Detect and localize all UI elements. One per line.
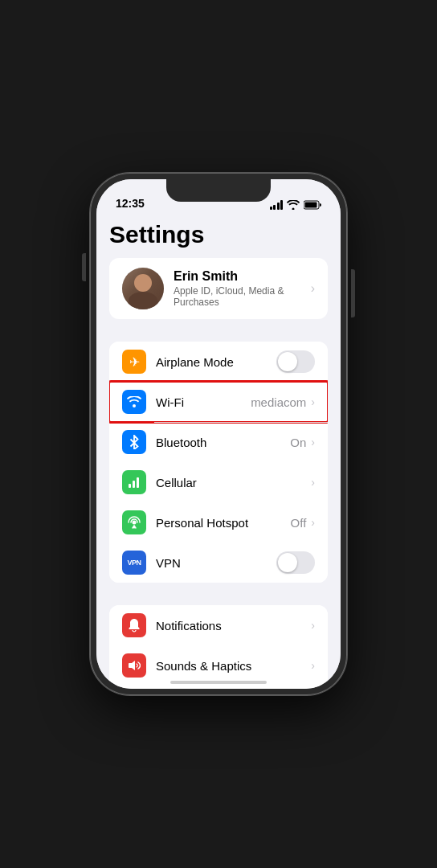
sounds-haptics-row[interactable]: Sounds & Haptics ›	[109, 645, 328, 686]
settings-content: Settings Erin Smith Apple ID, iCloud, Me…	[96, 215, 341, 689]
phone-screen: 12:35	[96, 179, 341, 689]
personal-hotspot-chevron: ›	[311, 516, 315, 529]
vpn-icon: VPN	[122, 551, 146, 575]
cellular-icon	[122, 470, 146, 494]
airplane-mode-toggle[interactable]	[276, 350, 315, 373]
notifications-group: Notifications › Sounds & Haptics ›	[109, 605, 328, 689]
profile-subtitle: Apple ID, iCloud, Media & Purchases	[174, 285, 301, 308]
cellular-label: Cellular	[156, 476, 311, 489]
page-title: Settings	[96, 215, 341, 258]
svg-point-2	[133, 404, 136, 407]
cellular-chevron: ›	[311, 476, 315, 489]
do-not-disturb-row[interactable]: Do Not Disturb ›	[109, 686, 328, 689]
connectivity-group: ✈ Airplane Mode Wi-Fi mediacom	[109, 342, 328, 583]
svg-point-6	[133, 521, 137, 525]
notifications-row[interactable]: Notifications ›	[109, 605, 328, 645]
svg-rect-1	[305, 203, 317, 208]
notch	[166, 179, 271, 202]
notifications-chevron: ›	[311, 619, 315, 632]
sounds-haptics-chevron: ›	[311, 659, 315, 672]
phone-frame: 12:35	[90, 173, 347, 695]
profile-name: Erin Smith	[174, 269, 301, 284]
wifi-row[interactable]: Wi-Fi mediacom ›	[109, 382, 328, 422]
status-time: 12:35	[116, 197, 145, 210]
wifi-icon	[122, 390, 146, 414]
cellular-row[interactable]: Cellular ›	[109, 462, 328, 502]
profile-chevron: ›	[311, 281, 315, 296]
status-bar: 12:35	[96, 179, 341, 215]
personal-hotspot-value: Off	[291, 516, 307, 530]
profile-row[interactable]: Erin Smith Apple ID, iCloud, Media & Pur…	[109, 258, 328, 319]
sounds-icon	[122, 653, 146, 678]
personal-hotspot-row[interactable]: Personal Hotspot Off ›	[109, 502, 328, 542]
profile-info: Erin Smith Apple ID, iCloud, Media & Pur…	[174, 269, 301, 308]
bluetooth-row[interactable]: Bluetooth On ›	[109, 422, 328, 462]
svg-rect-3	[129, 484, 131, 488]
status-icons	[270, 200, 322, 210]
svg-rect-5	[137, 477, 139, 488]
svg-rect-4	[133, 481, 135, 488]
notifications-label: Notifications	[156, 619, 311, 633]
vpn-label: VPN	[156, 556, 276, 570]
bluetooth-chevron: ›	[311, 436, 315, 448]
wifi-chevron: ›	[311, 395, 315, 408]
personal-hotspot-icon	[122, 510, 146, 534]
airplane-mode-label: Airplane Mode	[156, 355, 276, 369]
vpn-row[interactable]: VPN VPN	[109, 542, 328, 583]
personal-hotspot-label: Personal Hotspot	[156, 516, 291, 530]
home-indicator[interactable]	[170, 681, 267, 684]
wifi-status-icon	[287, 200, 300, 210]
avatar	[122, 268, 164, 309]
wifi-value: mediacom	[251, 395, 306, 409]
bluetooth-value: On	[290, 436, 306, 449]
wifi-label: Wi-Fi	[156, 395, 251, 409]
bluetooth-label: Bluetooth	[156, 436, 290, 449]
airplane-mode-icon: ✈	[122, 350, 146, 374]
airplane-mode-row[interactable]: ✈ Airplane Mode	[109, 342, 328, 382]
signal-icon	[270, 200, 284, 210]
vpn-toggle[interactable]	[276, 551, 315, 574]
notifications-icon	[122, 613, 146, 637]
bluetooth-icon	[122, 430, 146, 454]
battery-icon	[304, 200, 321, 210]
sounds-haptics-label: Sounds & Haptics	[156, 659, 311, 673]
